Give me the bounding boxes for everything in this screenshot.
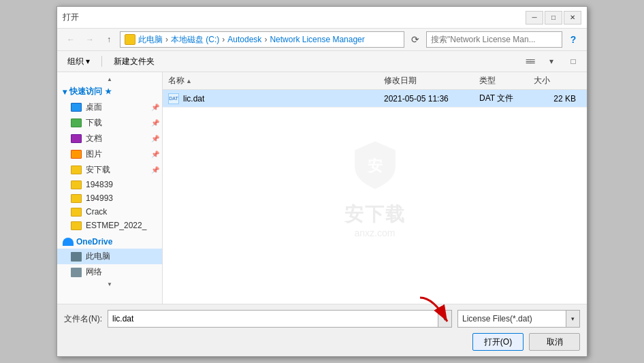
minimize-button[interactable]: ─ bbox=[526, 11, 543, 25]
up-arrow-icon[interactable]: ▲ bbox=[107, 76, 112, 82]
search-input[interactable] bbox=[426, 31, 562, 48]
anxiazai-folder-icon bbox=[71, 165, 82, 174]
secondary-toolbar: 组织 ▾ 新建文件夹 ≡≡ ▾ □ bbox=[57, 51, 587, 72]
view-button-1[interactable]: ≡≡ bbox=[521, 53, 538, 69]
view-button-2[interactable]: □ bbox=[565, 53, 581, 69]
estmep-folder-icon bbox=[71, 221, 82, 230]
open-button[interactable]: 打开(O) bbox=[472, 333, 524, 351]
title-bar: 打开 ─ □ ✕ bbox=[57, 7, 587, 29]
doc-folder-icon bbox=[71, 134, 82, 143]
forward-button[interactable]: → bbox=[82, 31, 98, 48]
file-name: lic.dat bbox=[183, 94, 204, 104]
back-button[interactable]: ← bbox=[63, 31, 79, 48]
close-button[interactable]: ✕ bbox=[564, 11, 581, 25]
sidebar-quick-access-header[interactable]: ▾ 快速访问 ★ bbox=[57, 84, 162, 99]
file-name-cell: DAT lic.dat bbox=[168, 93, 384, 104]
filename-input[interactable] bbox=[108, 311, 438, 327]
sidebar-item-194993[interactable]: 194993 bbox=[57, 191, 162, 205]
breadcrumb-item-3[interactable]: Network License Manager bbox=[270, 35, 364, 44]
sidebar-item-anxiazai-label: 安下载 bbox=[86, 164, 110, 176]
network-label: 网络 bbox=[86, 266, 102, 278]
navigation-toolbar: ← → ↑ 此电脑 › 本地磁盘 (C:) › Autodesk › Netwo… bbox=[57, 29, 587, 51]
maximize-button[interactable]: □ bbox=[545, 11, 562, 25]
sidebar-item-download-label: 下载 bbox=[86, 117, 102, 129]
filename-label: 文件名(N): bbox=[64, 313, 102, 325]
sidebar-item-anxiazai[interactable]: 安下载 📌 bbox=[57, 162, 162, 178]
onedrive-icon bbox=[63, 238, 74, 246]
filename-dropdown-btn[interactable]: ▾ bbox=[438, 311, 451, 327]
col-name[interactable]: 名称 ▲ bbox=[168, 75, 384, 86]
pin-icon: 📌 bbox=[151, 104, 159, 111]
filetype-dropdown-btn[interactable]: ▾ bbox=[566, 311, 579, 327]
file-type: DAT 文件 bbox=[479, 93, 534, 104]
breadcrumb-item-0[interactable]: 此电脑 bbox=[138, 34, 163, 46]
dialog-title: 打开 bbox=[63, 12, 79, 23]
sidebar-item-pic-label: 图片 bbox=[86, 148, 102, 160]
crack-folder-icon bbox=[71, 208, 82, 217]
bottom-bar: 文件名(N): ▾ License Files(*.dat) ▾ bbox=[57, 304, 587, 356]
help-button[interactable]: ? bbox=[565, 31, 581, 48]
buttons-row: 打开(O) 取消 bbox=[64, 333, 580, 351]
sidebar-item-desktop-label: 桌面 bbox=[86, 101, 102, 113]
col-type[interactable]: 类型 bbox=[479, 75, 534, 86]
sidebar-item-doc[interactable]: 文档 📌 bbox=[57, 131, 162, 146]
download-folder-icon bbox=[71, 119, 82, 127]
watermark-text2: anxz.com bbox=[344, 227, 406, 238]
breadcrumb-item-1[interactable]: 本地磁盘 (C:) bbox=[171, 34, 219, 46]
sidebar-item-desktop[interactable]: 桌面 📌 bbox=[57, 99, 162, 115]
sidebar-item-estmep-label: ESTMEP_2022_ bbox=[86, 221, 146, 230]
breadcrumb-item-2[interactable]: Autodesk bbox=[227, 35, 261, 44]
breadcrumb-folder-icon bbox=[125, 34, 135, 45]
pin-icon-5: 📌 bbox=[151, 166, 159, 174]
file-list-header: 名称 ▲ 修改日期 类型 大小 bbox=[163, 72, 587, 90]
file-area: 名称 ▲ 修改日期 类型 大小 DAT lic.dat 2 bbox=[163, 72, 587, 304]
sidebar-item-pic[interactable]: 图片 📌 bbox=[57, 146, 162, 162]
view-dropdown[interactable]: ▾ bbox=[543, 53, 560, 69]
quick-access-expand-icon: ▾ bbox=[63, 87, 67, 97]
new-folder-button[interactable]: 新建文件夹 bbox=[109, 54, 159, 69]
breadcrumb: 此电脑 › 本地磁盘 (C:) › Autodesk › Network Lic… bbox=[120, 31, 404, 48]
pic-folder-icon bbox=[71, 150, 82, 159]
col-size[interactable]: 大小 bbox=[534, 75, 581, 86]
sort-arrow-icon: ▲ bbox=[186, 78, 192, 84]
filename-row: 文件名(N): ▾ License Files(*.dat) ▾ bbox=[64, 310, 580, 328]
watermark-shield-icon: 安 bbox=[348, 138, 402, 193]
up-button[interactable]: ↑ bbox=[101, 31, 117, 48]
sidebar-item-194839[interactable]: 194839 bbox=[57, 178, 162, 191]
sidebar: ▲ ▾ 快速访问 ★ 桌面 📌 下载 📌 文档 📌 bbox=[57, 72, 163, 304]
pc-icon bbox=[71, 252, 82, 262]
pin-icon-3: 📌 bbox=[151, 135, 159, 142]
watermark-text1: 安下载 bbox=[344, 202, 406, 227]
sidebar-item-crack[interactable]: Crack bbox=[57, 205, 162, 219]
sidebar-item-download[interactable]: 下载 📌 bbox=[57, 115, 162, 131]
sidebar-item-estmep[interactable]: ESTMEP_2022_ bbox=[57, 219, 162, 232]
open-dialog: 打开 ─ □ ✕ ← → ↑ 此电脑 › 本地磁盘 (C:) › Autodes… bbox=[57, 6, 587, 357]
pc-label: 此电脑 bbox=[86, 251, 110, 262]
pin-icon-2: 📌 bbox=[151, 119, 159, 127]
col-date[interactable]: 修改日期 bbox=[384, 75, 479, 86]
sidebar-onedrive-header[interactable]: OneDrive bbox=[57, 235, 162, 249]
sidebar-item-194839-label: 194839 bbox=[86, 180, 113, 189]
refresh-button[interactable]: ⟳ bbox=[407, 31, 423, 48]
194839-folder-icon bbox=[71, 180, 82, 189]
title-bar-controls: ─ □ ✕ bbox=[526, 11, 581, 25]
sidebar-item-pc[interactable]: 此电脑 bbox=[57, 249, 162, 264]
file-date: 2021-05-05 11:36 bbox=[384, 94, 479, 104]
dat-file-icon: DAT bbox=[168, 93, 179, 104]
194993-folder-icon bbox=[71, 194, 82, 203]
organize-button[interactable]: 组织 ▾ bbox=[63, 54, 95, 69]
filetype-text: License Files(*.dat) bbox=[458, 314, 566, 323]
watermark: 安 安下载 anxz.com bbox=[344, 138, 406, 238]
down-arrow-icon[interactable]: ▼ bbox=[107, 281, 112, 287]
sidebar-scroll-up: ▲ bbox=[57, 75, 162, 84]
cancel-button[interactable]: 取消 bbox=[529, 333, 580, 351]
network-icon bbox=[71, 268, 82, 277]
quick-access-star-icon: ★ bbox=[105, 87, 112, 96]
table-row[interactable]: DAT lic.dat 2021-05-05 11:36 DAT 文件 22 K… bbox=[163, 90, 587, 108]
sidebar-scroll-down: ▼ bbox=[57, 280, 162, 289]
main-area: ▲ ▾ 快速访问 ★ 桌面 📌 下载 📌 文档 📌 bbox=[57, 72, 587, 304]
file-size: 22 KB bbox=[534, 94, 581, 104]
pin-icon-4: 📌 bbox=[151, 151, 159, 158]
filename-input-wrap: ▾ bbox=[108, 310, 452, 328]
sidebar-item-network[interactable]: 网络 bbox=[57, 264, 162, 280]
